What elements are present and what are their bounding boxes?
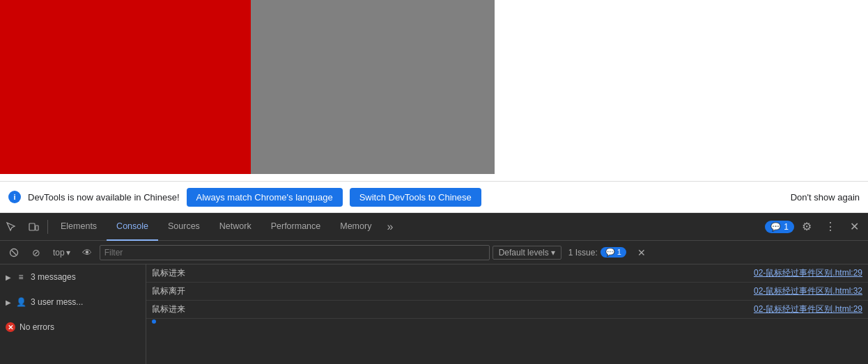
context-label: top bbox=[53, 248, 65, 258]
message-source-1[interactable]: 02-鼠标经过事件区别.html:29 bbox=[754, 267, 862, 279]
tab-sources[interactable]: Sources bbox=[158, 213, 210, 241]
list-icon: ≡ bbox=[15, 271, 26, 283]
detach-button[interactable]: ✕ bbox=[843, 216, 865, 238]
sidebar-no-errors[interactable]: ✕ No errors bbox=[0, 315, 146, 340]
expand-arrow-icon: ▶ bbox=[6, 274, 11, 281]
inspect-element-icon[interactable] bbox=[0, 216, 22, 238]
user-messages-label: 3 user mess... bbox=[31, 297, 83, 307]
message-text-2: 鼠标离开 bbox=[152, 285, 754, 297]
devtools-tabs-bar: Elements Console Sources Network Perform… bbox=[0, 213, 868, 241]
user-icon: 👤 bbox=[15, 296, 26, 308]
expand-arrow-icon-2: ▶ bbox=[6, 299, 11, 306]
message-source-3[interactable]: 02-鼠标经过事件区别.html:29 bbox=[754, 303, 862, 315]
svg-rect-1 bbox=[36, 225, 38, 230]
issue-count: 💬 1 bbox=[600, 247, 626, 258]
red-element bbox=[0, 0, 251, 174]
sidebar-all-messages[interactable]: ▶ ≡ 3 messages bbox=[0, 264, 146, 290]
console-log-panel: 鼠标进来 02-鼠标经过事件区别.html:29 鼠标离开 02-鼠标经过事件区… bbox=[146, 264, 868, 364]
dont-show-button[interactable]: Don't show again bbox=[791, 192, 860, 203]
blue-indicator-row bbox=[146, 319, 868, 324]
message-count: 1 bbox=[784, 222, 789, 232]
svg-rect-0 bbox=[29, 223, 35, 230]
console-sidebar: ▶ ≡ 3 messages ▶ 👤 3 user mess... ✕ No e… bbox=[0, 264, 146, 364]
browser-content bbox=[0, 0, 868, 181]
table-row[interactable]: 鼠标进来 02-鼠标经过事件区别.html:29 bbox=[146, 264, 868, 283]
message-icon: 💬 bbox=[770, 222, 781, 232]
default-levels-dropdown[interactable]: Default levels ▾ bbox=[493, 246, 561, 260]
default-levels-arrow: ▾ bbox=[551, 248, 555, 258]
table-row[interactable]: 鼠标离开 02-鼠标经过事件区别.html:32 bbox=[146, 283, 868, 301]
issue-badge[interactable]: 1 Issue: 💬 1 bbox=[564, 246, 630, 259]
tab-performance[interactable]: Performance bbox=[261, 213, 331, 241]
gray-element bbox=[251, 0, 495, 174]
issue-icon: 💬 bbox=[605, 248, 615, 256]
message-text-3: 鼠标进来 bbox=[152, 303, 754, 315]
message-badge-button[interactable]: 💬 1 bbox=[765, 221, 794, 233]
info-icon: i bbox=[8, 191, 21, 203]
tab-separator bbox=[47, 220, 48, 234]
switch-to-chinese-button[interactable]: Switch DevTools to Chinese bbox=[350, 188, 481, 207]
tab-elements[interactable]: Elements bbox=[51, 213, 107, 241]
all-messages-label: 3 messages bbox=[31, 272, 76, 282]
toggle-device-icon[interactable] bbox=[22, 216, 45, 238]
sidebar-user-messages[interactable]: ▶ 👤 3 user mess... bbox=[0, 290, 146, 315]
context-dropdown-arrow: ▾ bbox=[66, 248, 70, 258]
more-options-button[interactable]: ⋮ bbox=[819, 216, 842, 238]
blue-dot-icon bbox=[152, 319, 156, 324]
default-levels-label: Default levels bbox=[499, 248, 549, 258]
notification-text: DevTools is now available in Chinese! bbox=[28, 192, 180, 203]
show-sidebar-button[interactable]: 👁 bbox=[77, 243, 97, 262]
message-source-2[interactable]: 02-鼠标经过事件区别.html:32 bbox=[754, 285, 862, 297]
settings-button[interactable]: ⚙ bbox=[796, 216, 818, 238]
tab-memory[interactable]: Memory bbox=[330, 213, 381, 241]
issue-label: 1 Issue: bbox=[568, 248, 598, 258]
console-toolbar: ⊘ top ▾ 👁 Default levels ▾ 1 Issue: 💬 1 … bbox=[0, 241, 868, 264]
clear-console-button[interactable] bbox=[4, 243, 24, 262]
no-filter-button[interactable]: ⊘ bbox=[26, 243, 46, 262]
console-messages-area: ▶ ≡ 3 messages ▶ 👤 3 user mess... ✕ No e… bbox=[0, 264, 868, 364]
tab-console[interactable]: Console bbox=[107, 213, 158, 241]
error-icon: ✕ bbox=[6, 322, 15, 332]
always-match-button[interactable]: Always match Chrome's language bbox=[187, 188, 343, 207]
tab-network[interactable]: Network bbox=[210, 213, 261, 241]
tabs-right-icons: 💬 1 ⚙ ⋮ ✕ bbox=[765, 216, 868, 238]
no-errors-label: No errors bbox=[20, 322, 54, 332]
filter-input[interactable] bbox=[100, 245, 490, 260]
notification-bar: i DevTools is now available in Chinese! … bbox=[0, 181, 868, 213]
more-tabs-button[interactable]: » bbox=[381, 221, 398, 233]
svg-line-3 bbox=[12, 250, 17, 255]
context-selector[interactable]: top ▾ bbox=[49, 246, 75, 259]
message-text-1: 鼠标进来 bbox=[152, 267, 754, 279]
issue-number: 1 bbox=[617, 248, 621, 256]
close-sidebar-button[interactable]: ✕ bbox=[633, 246, 650, 260]
table-row[interactable]: 鼠标进来 02-鼠标经过事件区别.html:29 bbox=[146, 301, 868, 319]
